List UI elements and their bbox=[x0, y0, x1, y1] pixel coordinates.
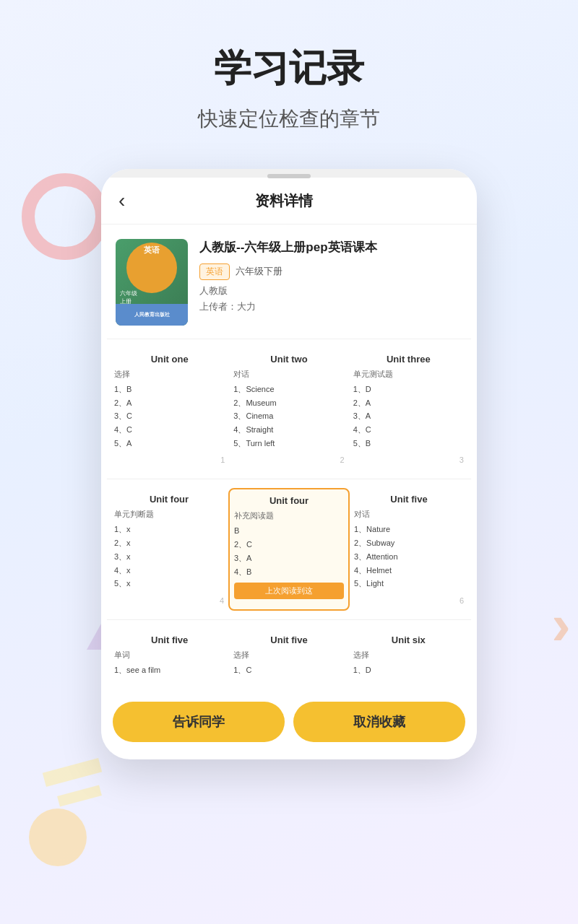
unit-4a-header: Unit four bbox=[114, 494, 224, 505]
units-row-1: Unit one 选择 1、B2、A3、C4、C5、A 1 Unit two 对… bbox=[110, 348, 468, 470]
unit-1-items: 1、B2、A3、C4、C5、A bbox=[114, 383, 225, 450]
divider-3 bbox=[107, 619, 471, 620]
unit-col-9: Unit six 选择 1、D bbox=[349, 629, 468, 683]
unit-6-header: Unit six bbox=[353, 635, 464, 645]
unit-col-3: Unit three 单元测试题 1、D2、A3、A4、C5、B 3 bbox=[349, 348, 468, 470]
bg-decoration-circle-1 bbox=[22, 173, 108, 260]
back-button[interactable]: ‹ bbox=[118, 189, 125, 212]
unit-col-8: Unit five 选择 1、C bbox=[229, 629, 348, 683]
page-header: 学习记录 快速定位检查的章节 bbox=[0, 0, 578, 147]
unit-col-1: Unit one 选择 1、B2、A3、C4、C5、A 1 bbox=[110, 348, 229, 470]
last-read-badge: 上次阅读到这 bbox=[234, 583, 344, 599]
unit-col-6: Unit five 对话 1、Nature2、Subway3、Attention… bbox=[350, 488, 468, 610]
units-grid-row1: Unit one 选择 1、B2、A3、C4、C5、A 1 Unit two 对… bbox=[101, 341, 477, 477]
book-title: 人教版--六年级上册pep英语课本 bbox=[199, 239, 462, 256]
units-row-3: Unit five 单词 1、see a film Unit five 选择 1… bbox=[110, 629, 468, 683]
unit-5a-header: Unit five bbox=[354, 494, 464, 505]
unit-4b-category: 补充阅读题 bbox=[234, 510, 344, 521]
unit-3-category: 单元测试题 bbox=[353, 369, 464, 380]
unit-5b-items: 1、see a film bbox=[114, 663, 225, 677]
unit-4a-items: 1、x2、x3、x4、x5、x bbox=[114, 523, 224, 590]
bottom-buttons: 告诉同学 取消收藏 bbox=[101, 690, 477, 759]
unit-2-number: 2 bbox=[233, 456, 344, 464]
book-publisher: 人教版 bbox=[199, 284, 462, 297]
unit-3-header: Unit three bbox=[353, 354, 464, 365]
tag-grade: 六年级下册 bbox=[236, 265, 282, 278]
book-tags: 英语 六年级下册 bbox=[199, 263, 462, 280]
unit-5c-items: 1、C bbox=[233, 663, 344, 677]
bg-decoration-rect-2 bbox=[57, 785, 102, 806]
phone-frame: ‹ 资料详情 英语 六年级上册 人民教育出版社 人教版--六年级上册pep英语课… bbox=[101, 169, 477, 759]
unit-1-category: 选择 bbox=[114, 369, 225, 380]
unit-4a-category: 单元判断题 bbox=[114, 509, 224, 520]
tell-classmates-button[interactable]: 告诉同学 bbox=[113, 702, 285, 742]
book-cover-footer: 人民教育出版社 bbox=[116, 304, 188, 326]
unit-4b-header: Unit four bbox=[234, 495, 344, 506]
bg-decoration-chevron: › bbox=[551, 592, 571, 658]
book-uploader: 上传者：大力 bbox=[199, 300, 462, 313]
unit-6-items: 1、D bbox=[353, 663, 464, 677]
phone-notch bbox=[267, 174, 311, 178]
unit-5a-number: 6 bbox=[354, 596, 464, 605]
page-subtitle: 快速定位检查的章节 bbox=[14, 105, 564, 133]
unit-col-7: Unit five 单词 1、see a film bbox=[110, 629, 229, 683]
uncollect-button[interactable]: 取消收藏 bbox=[293, 702, 465, 742]
unit-2-header: Unit two bbox=[233, 354, 344, 365]
unit-5c-header: Unit five bbox=[233, 635, 344, 645]
nav-bar: ‹ 资料详情 bbox=[101, 178, 477, 225]
unit-4a-number: 4 bbox=[114, 596, 224, 605]
unit-5a-items: 1、Nature2、Subway3、Attention4、Helmet5、Lig… bbox=[354, 523, 464, 590]
unit-6-category: 选择 bbox=[353, 650, 464, 661]
bg-decoration-circle-2 bbox=[29, 808, 87, 866]
unit-5b-header: Unit five bbox=[114, 635, 225, 645]
divider-1 bbox=[107, 339, 471, 339]
tag-subject: 英语 bbox=[199, 263, 230, 280]
app-content: ‹ 资料详情 英语 六年级上册 人民教育出版社 人教版--六年级上册pep英语课… bbox=[101, 178, 477, 759]
unit-3-items: 1、D2、A3、A4、C5、B bbox=[353, 383, 464, 450]
book-cover-footer-text: 人民教育出版社 bbox=[134, 311, 170, 318]
book-info-section: 英语 六年级上册 人民教育出版社 人教版--六年级上册pep英语课本 英语 六年… bbox=[101, 225, 477, 337]
bg-decoration-rect-1 bbox=[43, 758, 102, 787]
phone-top-bar bbox=[101, 169, 477, 178]
nav-title: 资料详情 bbox=[137, 191, 431, 211]
book-cover-label: 六年级上册 bbox=[120, 289, 137, 305]
unit-col-4: Unit four 单元判断题 1、x2、x3、x4、x5、x 4 bbox=[110, 488, 228, 610]
book-cover: 英语 六年级上册 人民教育出版社 bbox=[116, 239, 188, 326]
unit-1-header: Unit one bbox=[114, 354, 225, 365]
unit-4b-items: B2、C3、A4、B bbox=[234, 524, 344, 578]
units-grid-row3: Unit five 单词 1、see a film Unit five 选择 1… bbox=[101, 622, 477, 690]
units-grid-row2: Unit four 单元判断题 1、x2、x3、x4、x5、x 4 Unit f… bbox=[101, 481, 477, 617]
unit-2-items: 1、Science2、Museum3、Cinema4、Straight5、Tur… bbox=[233, 383, 344, 450]
unit-5b-category: 单词 bbox=[114, 650, 225, 661]
page-title: 学习记录 bbox=[14, 43, 564, 94]
unit-5c-category: 选择 bbox=[233, 650, 344, 661]
units-row-2: Unit four 单元判断题 1、x2、x3、x4、x5、x 4 Unit f… bbox=[110, 488, 468, 610]
unit-3-number: 3 bbox=[353, 456, 464, 464]
unit-1-number: 1 bbox=[114, 456, 225, 464]
unit-col-5-highlighted: Unit four 补充阅读题 B2、C3、A4、B 上次阅读到这 bbox=[228, 488, 350, 610]
book-details: 人教版--六年级上册pep英语课本 英语 六年级下册 人教版 上传者：大力 bbox=[199, 239, 462, 313]
unit-5a-category: 对话 bbox=[354, 509, 464, 520]
unit-col-2: Unit two 对话 1、Science2、Museum3、Cinema4、S… bbox=[229, 348, 348, 470]
divider-2 bbox=[107, 479, 471, 479]
unit-2-category: 对话 bbox=[233, 369, 344, 380]
book-cover-text: 英语 bbox=[144, 245, 160, 256]
